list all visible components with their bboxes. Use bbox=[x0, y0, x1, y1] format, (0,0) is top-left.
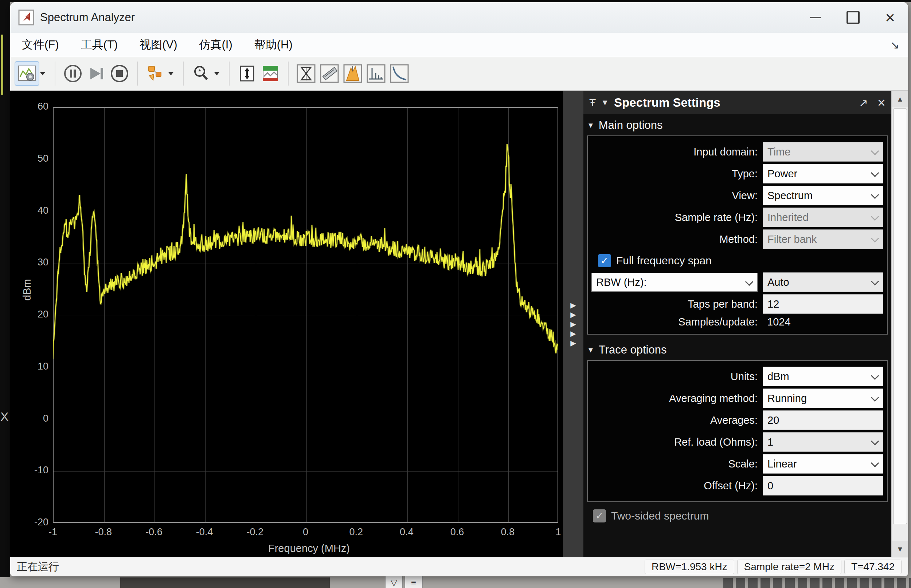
panel-close-icon[interactable]: × bbox=[877, 96, 885, 110]
settings-panel-title: Spectrum Settings bbox=[614, 96, 720, 110]
method-dropdown[interactable]: Filter bank bbox=[763, 229, 883, 249]
input-domain-dropdown[interactable]: Time bbox=[763, 142, 883, 162]
view-dropdown[interactable]: Spectrum bbox=[763, 186, 883, 205]
main-options-header[interactable]: ▼ Main options bbox=[584, 114, 892, 135]
spectrum-plot[interactable]: dBm Frequency (MHz) 6050403020100-10-20-… bbox=[10, 91, 563, 557]
stop-icon bbox=[110, 64, 129, 83]
scroll-down-button[interactable]: ▼ bbox=[892, 541, 908, 557]
x-tick-label: -0.8 bbox=[83, 527, 123, 538]
minimize-button[interactable] bbox=[810, 17, 821, 18]
peak-finder-button[interactable] bbox=[341, 62, 365, 85]
maximize-button[interactable] bbox=[846, 11, 860, 24]
x-tick-label: 1 bbox=[538, 527, 578, 538]
check-icon: ✓ bbox=[601, 255, 609, 267]
menu-help[interactable]: 帮助(H) bbox=[248, 35, 299, 55]
pause-button[interactable] bbox=[61, 62, 84, 85]
menu-tools[interactable]: 工具(T) bbox=[75, 35, 125, 55]
popout-icon[interactable]: ↗ bbox=[859, 97, 868, 109]
x-tick-label: 0.2 bbox=[336, 527, 376, 538]
x-axis-label: Frequency (MHz) bbox=[251, 543, 367, 554]
step-forward-button[interactable] bbox=[84, 62, 108, 85]
scroll-down-icon: ▼ bbox=[896, 545, 904, 553]
simulink-link-button[interactable] bbox=[144, 62, 167, 85]
colormap-button[interactable] bbox=[259, 62, 282, 85]
expand-arrow-icon: ▶ bbox=[570, 320, 576, 328]
collapse-icon[interactable]: ▼ bbox=[601, 98, 609, 107]
units-dropdown[interactable]: dBm bbox=[763, 367, 883, 386]
trace-canvas bbox=[53, 107, 558, 523]
type-dropdown[interactable]: Power bbox=[763, 164, 883, 184]
ref-load-label: Ref. load (Ohms): bbox=[592, 436, 763, 448]
chevron-down-icon bbox=[871, 278, 879, 286]
scale-label: Scale: bbox=[592, 458, 763, 470]
averaging-method-dropdown[interactable]: Running bbox=[763, 388, 883, 408]
expand-arrow-icon: ▶ bbox=[570, 339, 576, 347]
dock-arrow-icon[interactable]: ↘ bbox=[890, 39, 903, 51]
scope-settings-button[interactable] bbox=[15, 62, 39, 85]
close-button[interactable]: × bbox=[885, 9, 895, 26]
averages-label: Averages: bbox=[592, 414, 763, 426]
zoom-button[interactable] bbox=[190, 62, 213, 85]
colormap-icon bbox=[261, 64, 280, 83]
ccdf-measurements-icon bbox=[389, 64, 409, 83]
simulink-link-dropdown[interactable] bbox=[169, 72, 173, 75]
status-time: T=47.342 bbox=[844, 560, 901, 574]
scroll-up-button[interactable]: ▲ bbox=[892, 91, 908, 107]
window-title: Spectrum Analyzer bbox=[40, 11, 135, 24]
input-domain-label: Input domain: bbox=[592, 146, 763, 158]
distortion-measurements-button[interactable] bbox=[365, 62, 388, 85]
toolbar-separator bbox=[183, 61, 184, 86]
scale-row: Scale: Linear bbox=[592, 454, 883, 474]
spectrum-trace-glow bbox=[53, 144, 558, 359]
trace-options-header[interactable]: ▼ Trace options bbox=[584, 339, 892, 359]
section-collapse-icon: ▼ bbox=[587, 121, 594, 129]
x-tick-label: -0.6 bbox=[134, 527, 174, 538]
section-collapse-icon: ▼ bbox=[587, 346, 594, 354]
scope-settings-dropdown[interactable] bbox=[40, 72, 45, 75]
y-tick-label: 20 bbox=[18, 309, 49, 320]
ref-load-combo[interactable]: 1 bbox=[763, 432, 883, 452]
sample-rate-row: Sample rate (Hz): Inherited bbox=[592, 208, 883, 227]
scrollbar-thumb[interactable] bbox=[893, 108, 907, 524]
full-frequency-span-checkbox[interactable]: ✓ bbox=[598, 254, 611, 267]
averages-input[interactable]: 20 bbox=[763, 410, 883, 430]
main-options-title: Main options bbox=[599, 119, 663, 132]
main-options-group: Input domain: Time Type: Power bbox=[587, 136, 888, 334]
fit-to-view-button[interactable] bbox=[235, 62, 259, 85]
ccdf-measurements-button[interactable] bbox=[388, 62, 411, 85]
menu-view[interactable]: 视图(V) bbox=[133, 35, 184, 55]
background-icon-fragment-2: ≡ bbox=[404, 575, 423, 588]
cursor-measurements-button[interactable] bbox=[295, 62, 318, 85]
panel-expander-strip[interactable]: ▶ ▶ ▶ ▶ ▶ bbox=[563, 91, 584, 557]
status-rbw: RBW=1.953 kHz bbox=[645, 560, 734, 574]
sample-rate-dropdown[interactable]: Inherited bbox=[763, 208, 883, 227]
status-bar: 正在运行 RBW=1.953 kHz Sample rate=2 MHz T=4… bbox=[10, 557, 908, 576]
rbw-value-combo[interactable]: Auto bbox=[763, 272, 883, 292]
menu-simulation[interactable]: 仿真(I) bbox=[193, 35, 239, 55]
check-icon: ✓ bbox=[595, 510, 604, 522]
chevron-down-icon bbox=[871, 372, 879, 380]
offset-input[interactable]: 0 bbox=[763, 476, 883, 496]
trace-options-group: Units: dBm Averaging method: Running bbox=[587, 360, 888, 502]
rbw-row: RBW (Hz): Auto bbox=[592, 272, 883, 292]
pin-icon[interactable]: Ŧ bbox=[589, 97, 596, 109]
taps-per-band-input[interactable]: 12 bbox=[763, 294, 883, 314]
zoom-dropdown[interactable] bbox=[214, 72, 219, 75]
stop-button[interactable] bbox=[108, 62, 131, 85]
settings-scrollbar[interactable]: ▲ ▼ bbox=[892, 91, 908, 557]
chevron-down-icon bbox=[871, 234, 879, 243]
settings-panel-header[interactable]: Ŧ ▼ Spectrum Settings ↗ × bbox=[584, 91, 892, 114]
taps-per-band-row: Taps per band: 12 bbox=[592, 294, 883, 314]
signal-statistics-button[interactable] bbox=[318, 62, 341, 85]
title-bar[interactable]: Spectrum Analyzer × bbox=[10, 2, 908, 33]
samples-update-row: Samples/update: 1024 bbox=[592, 316, 883, 328]
background-text-fragment: X bbox=[0, 410, 9, 424]
two-sided-spectrum-label: Two-sided spectrum bbox=[611, 510, 709, 522]
method-label: Method: bbox=[592, 233, 763, 246]
two-sided-spectrum-checkbox[interactable]: ✓ bbox=[593, 509, 606, 522]
rbw-label-dropdown[interactable]: RBW (Hz): bbox=[592, 273, 758, 292]
scale-dropdown[interactable]: Linear bbox=[763, 454, 883, 474]
full-frequency-span-row: ✓ Full frequency span bbox=[592, 251, 883, 270]
menu-file[interactable]: 文件(F) bbox=[15, 35, 66, 55]
scope-settings-icon bbox=[18, 65, 36, 82]
